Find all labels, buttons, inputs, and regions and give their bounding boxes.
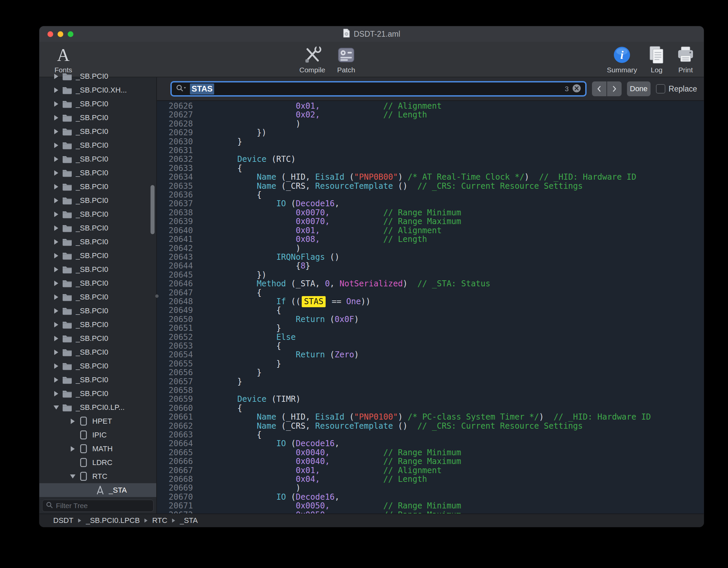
sidebar-scrollbar[interactable] xyxy=(151,185,155,234)
tree-item-sb-pci0[interactable]: _SB.PCI0 xyxy=(39,290,156,304)
tree-item-ipic[interactable]: IPIC xyxy=(39,428,156,442)
disclosure-right-icon[interactable] xyxy=(52,377,61,383)
line-number: 20630 xyxy=(157,137,193,146)
tree-item-sb-pci0[interactable]: _SB.PCI0 xyxy=(39,262,156,276)
tree-item-sb-pci0[interactable]: _SB.PCI0 xyxy=(39,193,156,207)
tree-item-sb-pci0[interactable]: _SB.PCI0 xyxy=(39,207,156,221)
printer-icon xyxy=(676,44,695,65)
disclosure-right-icon[interactable] xyxy=(52,115,61,120)
tree-item-sb-pci0[interactable]: _SB.PCI0 xyxy=(39,180,156,193)
disclosure-right-icon[interactable] xyxy=(52,363,61,369)
code-text: Return (Zero) xyxy=(218,350,359,359)
code-text: { xyxy=(218,288,262,297)
replace-checkbox[interactable] xyxy=(656,84,665,94)
print-button[interactable]: Print xyxy=(676,42,695,77)
breadcrumb-separator-icon xyxy=(172,519,175,523)
disclosure-right-icon[interactable] xyxy=(52,391,61,396)
tree-item-rtc[interactable]: RTC xyxy=(39,469,156,483)
tree-item-sb-pci0[interactable]: _SB.PCI0 xyxy=(39,152,156,166)
disclosure-right-icon[interactable] xyxy=(52,322,61,327)
disclosure-right-icon[interactable] xyxy=(52,294,61,300)
tree-item-sb-pci0[interactable]: _SB.PCI0 xyxy=(39,276,156,290)
disclosure-right-icon[interactable] xyxy=(52,170,61,176)
close-button[interactable] xyxy=(47,31,53,37)
patch-button[interactable]: Patch xyxy=(337,42,356,77)
filter-tree-input[interactable] xyxy=(56,502,150,510)
tree-item-sb-pci0[interactable]: _SB.PCI0 xyxy=(39,69,156,83)
disclosure-right-icon[interactable] xyxy=(52,225,61,231)
tree-item-math[interactable]: MATH xyxy=(39,442,156,456)
filter-tree-field[interactable] xyxy=(42,500,154,512)
tree-item-label: _SB.PCI0 xyxy=(76,113,108,122)
clear-search-icon[interactable] xyxy=(572,84,581,94)
tree-item-sb-pci0[interactable]: _SB.PCI0 xyxy=(39,166,156,180)
disclosure-right-icon[interactable] xyxy=(52,308,61,314)
disclosure-right-icon[interactable] xyxy=(52,239,61,245)
tree-item-sb-pci0[interactable]: _SB.PCI0 xyxy=(39,221,156,235)
minimize-button[interactable] xyxy=(58,31,63,37)
tree-item-sb-pci0[interactable]: _SB.PCI0 xyxy=(39,97,156,111)
line-number: 20643 xyxy=(157,253,193,261)
tree-item-sb-pci0[interactable]: _SB.PCI0 xyxy=(39,318,156,331)
breadcrumb-item[interactable]: _STA xyxy=(180,516,198,525)
disclosure-right-icon[interactable] xyxy=(52,143,61,148)
code-text: 0x04, // Length xyxy=(218,475,427,484)
code-text: } xyxy=(218,324,281,332)
code-text: 0x0050, // Range Maximum xyxy=(218,510,461,513)
disclosure-down-icon[interactable] xyxy=(52,405,61,410)
tree-item-sb-pci0[interactable]: _SB.PCI0 xyxy=(39,373,156,387)
disclosure-right-icon[interactable] xyxy=(52,212,61,217)
zoom-button[interactable] xyxy=(68,31,73,37)
code-editor[interactable]: 20626 0x01, // Alignment20627 0x02, // L… xyxy=(157,101,704,513)
disclosure-right-icon[interactable] xyxy=(68,446,77,452)
disclosure-right-icon[interactable] xyxy=(52,129,61,134)
splitter-handle[interactable] xyxy=(155,294,159,298)
disclosure-right-icon[interactable] xyxy=(52,156,61,162)
tree-item-sb-pci0[interactable]: _SB.PCI0 xyxy=(39,331,156,345)
done-button[interactable]: Done xyxy=(627,81,651,96)
code-text: Name (_CRS, ResourceTemplate () // _CRS:… xyxy=(218,182,583,190)
tree-item-sb-pci0-lp[interactable]: _SB.PCI0.LP... xyxy=(39,400,156,414)
tree-item-sta[interactable]: _STA xyxy=(39,483,156,497)
tree-item-sb-pci0[interactable]: _SB.PCI0 xyxy=(39,387,156,400)
disclosure-right-icon[interactable] xyxy=(52,281,61,286)
tree-item-sb-pci0[interactable]: _SB.PCI0 xyxy=(39,304,156,318)
disclosure-right-icon[interactable] xyxy=(52,198,61,203)
log-button[interactable]: Log xyxy=(647,42,666,77)
tree-item-label: _SB.PCI0.XH... xyxy=(76,86,127,95)
line-number: 20661 xyxy=(157,413,193,421)
search-menu-icon[interactable] xyxy=(176,84,187,94)
tree-item-ldrc[interactable]: LDRC xyxy=(39,456,156,469)
disclosure-right-icon[interactable] xyxy=(52,253,61,258)
method-icon xyxy=(94,485,106,495)
disclosure-right-icon[interactable] xyxy=(52,184,61,189)
disclosure-right-icon[interactable] xyxy=(52,101,61,107)
tree-item-sb-pci0-xh[interactable]: _SB.PCI0.XH... xyxy=(39,83,156,97)
tree-item-sb-pci0[interactable]: _SB.PCI0 xyxy=(39,138,156,152)
tree-item-sb-pci0[interactable]: _SB.PCI0 xyxy=(39,235,156,249)
breadcrumb-item[interactable]: RTC xyxy=(152,516,167,525)
disclosure-right-icon[interactable] xyxy=(52,350,61,355)
breadcrumb-item[interactable]: _SB.PCI0.LPCB xyxy=(86,516,140,525)
disclosure-right-icon[interactable] xyxy=(52,74,61,79)
tree-item-sb-pci0[interactable]: _SB.PCI0 xyxy=(39,111,156,125)
compile-button[interactable]: Compile xyxy=(299,42,325,77)
disclosure-right-icon[interactable] xyxy=(52,87,61,93)
summary-button[interactable]: i Summary xyxy=(607,42,637,77)
find-next-button[interactable] xyxy=(607,81,622,96)
find-previous-button[interactable] xyxy=(592,81,606,96)
tree-item-sb-pci0[interactable]: _SB.PCI0 xyxy=(39,125,156,138)
find-input[interactable]: STAS 3 xyxy=(170,81,587,97)
code-line: 20661 Name (_HID, EisaId ("PNP0100") /* … xyxy=(157,413,704,421)
tree-item-hpet[interactable]: HPET xyxy=(39,414,156,428)
titlebar[interactable]: DSDT-21.aml xyxy=(39,26,704,42)
tree-item-sb-pci0[interactable]: _SB.PCI0 xyxy=(39,249,156,262)
disclosure-right-icon[interactable] xyxy=(52,267,61,272)
disclosure-right-icon[interactable] xyxy=(68,419,77,424)
disclosure-right-icon[interactable] xyxy=(52,336,61,341)
code-text: ) xyxy=(218,244,301,253)
tree-item-sb-pci0[interactable]: _SB.PCI0 xyxy=(39,345,156,359)
disclosure-down-icon[interactable] xyxy=(68,474,77,478)
breadcrumb-item[interactable]: DSDT xyxy=(53,516,73,525)
tree-item-sb-pci0[interactable]: _SB.PCI0 xyxy=(39,359,156,373)
